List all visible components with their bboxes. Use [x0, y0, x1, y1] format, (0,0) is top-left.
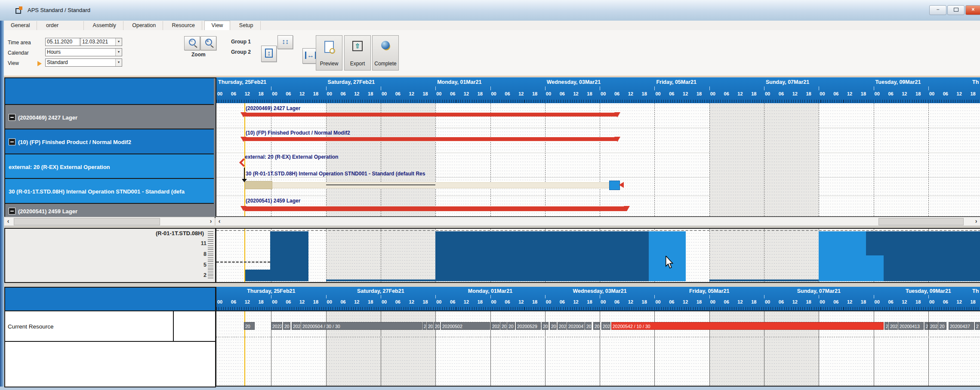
- zoom-in-button[interactable]: +: [200, 36, 216, 50]
- order-bar-20200541[interactable]: [244, 206, 627, 211]
- schedule-block[interactable]: 20200437: [949, 322, 974, 330]
- chevron-down-icon[interactable]: ▼: [115, 38, 122, 46]
- day-separator: [545, 103, 545, 216]
- scrollbar-thumb[interactable]: [878, 218, 964, 225]
- gantt-row-product-10[interactable]: (10) (FP) Finished Product / Normal Modi…: [5, 129, 214, 154]
- scroll-right-icon[interactable]: ›: [972, 217, 980, 226]
- schedule-block[interactable]: 2: [884, 322, 888, 330]
- gantt-row-external-op[interactable]: external: 20 (R-EX) External Operation: [5, 154, 214, 179]
- day-tick: [381, 86, 381, 90]
- scroll-left-icon[interactable]: ‹: [4, 217, 12, 226]
- schedule-block[interactable]: 20: [550, 322, 557, 330]
- time-from-select[interactable]: 05.11.2020▼: [45, 38, 86, 46]
- collapse-icon[interactable]: [9, 138, 15, 145]
- schedule-block[interactable]: 20: [244, 322, 255, 330]
- tab-operation[interactable]: Operation: [125, 21, 163, 30]
- order-bar-20200469[interactable]: [244, 113, 617, 117]
- schedule-block[interactable]: 20: [585, 322, 592, 330]
- schedule-block[interactable]: 2022: [271, 322, 282, 330]
- schedule-block[interactable]: 202: [601, 322, 610, 330]
- current-resource-cell[interactable]: Current Resource: [4, 310, 216, 342]
- complete-button[interactable]: Complete: [372, 35, 399, 71]
- schedule-block[interactable]: 2020047: [567, 322, 585, 330]
- preview-button[interactable]: Preview: [316, 35, 342, 71]
- internal-op-duration-bar[interactable]: [271, 182, 610, 188]
- tab-order[interactable]: order: [39, 21, 84, 30]
- schedule-block[interactable]: 20200504 / 30 / 30: [301, 322, 422, 330]
- schedule-block[interactable]: 20: [283, 322, 290, 330]
- schedule-block[interactable]: 202: [889, 322, 898, 330]
- export-icon: ⇧: [352, 41, 363, 51]
- timeline-hour-label: 00: [381, 299, 395, 304]
- app-icon: [15, 6, 23, 14]
- histogram-resource-panel: (R-01-1T.STD.08H) 11 8 5 2: [4, 228, 216, 283]
- zoom-out-button[interactable]: −: [184, 36, 200, 50]
- view-select[interactable]: Standard▼: [45, 58, 122, 67]
- schedule-block[interactable]: 20: [434, 322, 440, 330]
- minimize-button[interactable]: −: [929, 5, 946, 15]
- day-separator: [764, 103, 764, 216]
- timeline-hour-label: 12: [518, 91, 532, 96]
- schedule-block[interactable]: 20200542 / 10 / 30: [611, 322, 884, 330]
- timeline-hour-label: 06: [230, 299, 245, 304]
- gantt-row-order-20200541[interactable]: (20200541) 2459 Lager: [5, 203, 214, 218]
- group1-sort-button[interactable]: ↕↕: [277, 35, 293, 49]
- schedule-block[interactable]: 20: [507, 322, 515, 330]
- schedule-block[interactable]: 202: [491, 322, 500, 330]
- schedule-block[interactable]: 2: [422, 322, 426, 330]
- schedule-block[interactable]: 202: [558, 322, 567, 330]
- day-separator: [819, 341, 819, 386]
- gantt-row-order-20200469[interactable]: (20200469) 2427 Lager: [5, 104, 214, 129]
- schedule-block[interactable]: 20200413: [898, 322, 924, 330]
- zoom-in-icon: +: [205, 39, 212, 46]
- schedule-block[interactable]: 2: [975, 322, 980, 330]
- close-button[interactable]: ×: [965, 5, 980, 15]
- day-tick: [654, 295, 655, 298]
- bar-label-internal-op: 30 (R-01-1T.STD.08H) Internal Operation …: [246, 171, 425, 177]
- left-panel-hscrollbar[interactable]: ‹ ›: [4, 217, 215, 226]
- day-separator: [709, 341, 710, 386]
- timeline-hour-label: 18: [696, 91, 710, 96]
- timeline-hour-label: 12: [299, 299, 313, 304]
- group2-sort-button[interactable]: ↕: [261, 46, 277, 62]
- schedule-block[interactable]: 202: [929, 322, 938, 330]
- chevron-down-icon[interactable]: ▼: [115, 49, 122, 56]
- time-to-select[interactable]: 12.03.2021▼: [80, 38, 122, 46]
- gantt-hscrollbar[interactable]: ‹ ›: [216, 217, 980, 226]
- schedule-block[interactable]: 2: [925, 322, 928, 330]
- tab-resource[interactable]: Resource: [165, 21, 203, 30]
- collapse-icon[interactable]: [9, 208, 15, 215]
- collapse-icon[interactable]: [9, 114, 15, 121]
- tab-general[interactable]: General: [4, 21, 37, 30]
- schedule-block[interactable]: 202: [292, 322, 301, 330]
- tab-setup[interactable]: Setup: [232, 21, 261, 30]
- day-separator: [600, 103, 600, 216]
- calendar-select[interactable]: Hours▼: [45, 48, 122, 56]
- product-bar-10[interactable]: [244, 137, 617, 141]
- timeline-hour-label: 12: [792, 299, 806, 304]
- timeline-hour-label: 06: [559, 91, 573, 96]
- scroll-right-icon[interactable]: ›: [207, 217, 215, 226]
- internal-op-end-block[interactable]: [609, 181, 620, 190]
- export-button[interactable]: ⇧ Export: [344, 35, 371, 71]
- tab-view[interactable]: View: [204, 21, 231, 31]
- gantt-row-internal-op[interactable]: 30 (R-01-1T.STD.08H) Internal Operation …: [5, 178, 214, 204]
- tab-assembly[interactable]: Assembly: [86, 21, 123, 30]
- schedule-block[interactable]: 20200502: [441, 322, 490, 330]
- schedule-block[interactable]: 20: [427, 322, 433, 330]
- load-segment: [270, 231, 308, 281]
- timeline-hour-label: 18: [477, 91, 491, 96]
- schedule-block[interactable]: 20: [938, 322, 946, 330]
- title-bar[interactable]: APS Standard / Standard − ×: [0, 0, 980, 21]
- schedule-block[interactable]: 20: [593, 322, 600, 330]
- schedule-block[interactable]: 20: [542, 322, 549, 330]
- scroll-left-icon[interactable]: ‹: [216, 217, 223, 226]
- scrollbar-thumb[interactable]: [14, 218, 160, 225]
- chevron-down-icon[interactable]: ▼: [115, 59, 122, 66]
- schedule-block[interactable]: 20200529: [516, 322, 541, 330]
- schedule-block[interactable]: 20: [500, 322, 507, 330]
- internal-op-setup-bar[interactable]: [245, 181, 272, 189]
- day-separator: [874, 103, 874, 216]
- maximize-button[interactable]: [947, 5, 965, 15]
- day-separator: [654, 341, 655, 386]
